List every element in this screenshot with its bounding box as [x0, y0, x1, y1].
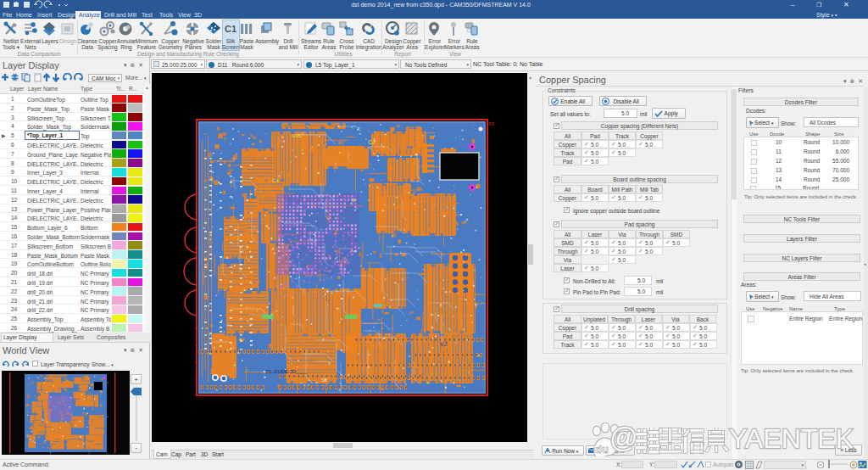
svg-text:V2: V2	[440, 341, 448, 347]
svg-text:R: R	[352, 198, 356, 203]
svg-text:S2: S2	[321, 378, 328, 383]
svg-text:C4: C4	[272, 178, 279, 183]
svg-text:C1: C1	[225, 24, 236, 34]
svg-text:F3: F3	[489, 121, 494, 126]
svg-text:DL DUDE JD____: DL DUDE JD____	[266, 369, 308, 374]
svg-text:C2: C2	[368, 139, 376, 145]
svg-text:du: du	[595, 443, 609, 456]
svg-text:U35: U35	[292, 133, 302, 138]
